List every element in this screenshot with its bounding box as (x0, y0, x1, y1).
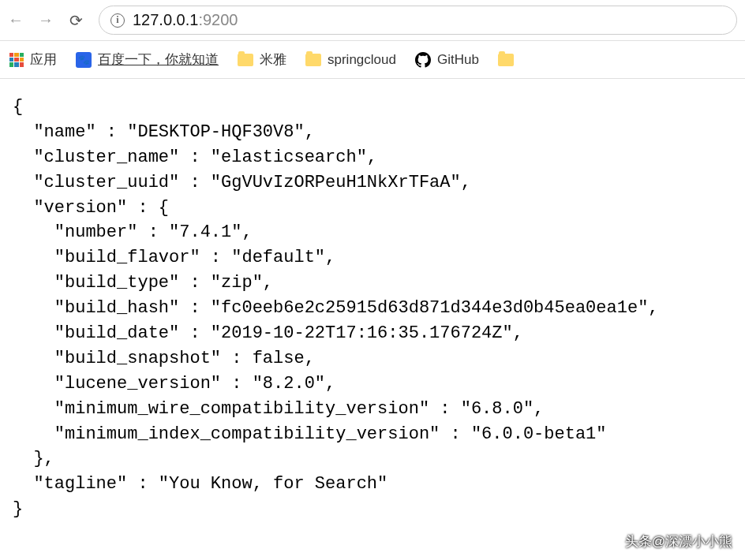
baidu-icon: 🐾 (76, 52, 92, 68)
bookmark-github-label: GitHub (437, 52, 479, 68)
folder-icon (238, 54, 253, 66)
json-response-body: { "name" : "DESKTOP-HQF30V8", "cluster_n… (0, 79, 745, 538)
json-line: "name" : "DESKTOP-HQF30V8", (13, 122, 315, 142)
bookmarks-bar: 应用 🐾 百度一下，你就知道 米雅 springcloud GitHub (0, 41, 745, 79)
json-line: "build_type" : "zip", (13, 273, 273, 293)
json-line: }, (13, 449, 54, 469)
back-button[interactable]: ← (8, 11, 24, 29)
apps-label: 应用 (30, 50, 57, 69)
bookmark-folder-miya[interactable]: 米雅 (238, 50, 286, 69)
json-line: "cluster_name" : "elasticsearch", (13, 147, 377, 167)
bookmark-folder-extra[interactable] (498, 54, 514, 66)
json-line: "build_date" : "2019-10-22T17:16:35.1767… (13, 323, 523, 343)
bookmark-folder2-label: springcloud (328, 52, 396, 68)
json-line: "version" : { (13, 198, 169, 218)
info-icon[interactable]: i (110, 13, 125, 28)
bookmark-folder-springcloud[interactable]: springcloud (305, 52, 396, 68)
forward-button[interactable]: → (38, 11, 54, 29)
bookmark-baidu[interactable]: 🐾 百度一下，你就知道 (76, 50, 219, 69)
json-line: } (13, 499, 23, 519)
json-line: "minimum_index_compatibility_version" : … (13, 424, 607, 444)
url-host: 127.0.0.1 (133, 11, 198, 29)
nav-arrows: ← → (8, 11, 54, 29)
address-bar[interactable]: i 127.0.0.1:9200 (99, 6, 737, 35)
apps-button[interactable]: 应用 (9, 50, 57, 69)
json-line: "build_hash" : "fc0eeb6e2c25915d63d871d3… (13, 298, 659, 318)
url-port: :9200 (198, 11, 238, 29)
json-line: "minimum_wire_compatibility_version" : "… (13, 399, 544, 419)
folder-icon (305, 54, 321, 66)
folder-icon (498, 54, 514, 66)
browser-toolbar: ← → ⟳ i 127.0.0.1:9200 (0, 0, 745, 41)
bookmark-baidu-label: 百度一下，你就知道 (98, 50, 219, 69)
json-line: "number" : "7.4.1", (13, 222, 253, 242)
json-line: { (13, 97, 23, 117)
json-line: "build_flavor" : "default", (13, 248, 335, 267)
bookmark-github[interactable]: GitHub (415, 52, 479, 68)
apps-icon (9, 53, 24, 67)
bookmark-folder1-label: 米雅 (260, 50, 286, 69)
json-line: "lucene_version" : "8.2.0", (13, 374, 335, 394)
json-line: "cluster_uuid" : "GgVUvIzORPeuH1NkXrTFaA… (13, 173, 471, 192)
github-icon (415, 52, 431, 68)
reload-button[interactable]: ⟳ (69, 11, 83, 30)
json-line: "build_snapshot" : false, (13, 349, 315, 368)
watermark: 头条@深漂小小熊 (625, 532, 732, 551)
json-line: "tagline" : "You Know, for Search" (13, 474, 387, 494)
